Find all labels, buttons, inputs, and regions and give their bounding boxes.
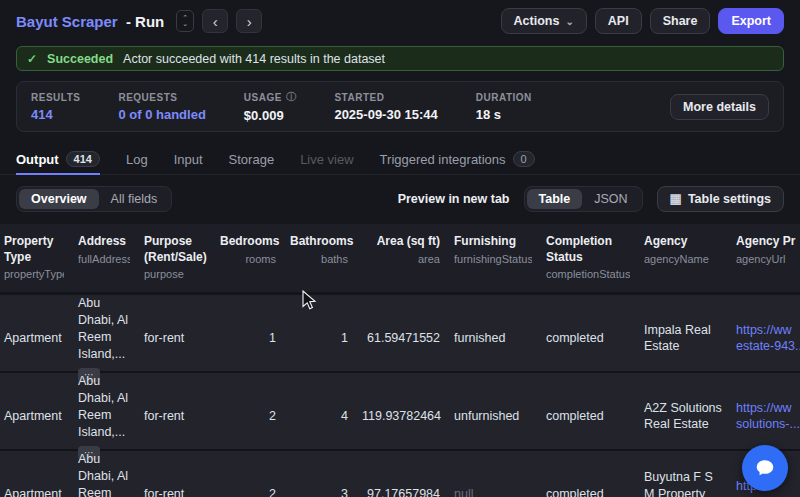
cell-purpose: for-rent bbox=[142, 408, 218, 425]
cell-purpose: for-rent bbox=[142, 486, 218, 497]
cell-property-type: Apartment bbox=[0, 486, 76, 497]
stepper-down-icon: ⌄ bbox=[182, 21, 188, 27]
agency-url-link[interactable]: estate-943... bbox=[736, 338, 800, 355]
page-title: Bayut Scraper - Run bbox=[16, 13, 164, 30]
chat-widget-button[interactable] bbox=[742, 445, 788, 491]
cell-bedrooms: 2 bbox=[218, 486, 288, 497]
cell-furnishing: unfurnished bbox=[452, 408, 544, 425]
api-button[interactable]: API bbox=[595, 8, 642, 34]
stat-usage-label: USAGE ⓘ bbox=[244, 90, 297, 104]
chevron-right-icon: › bbox=[247, 14, 252, 29]
format-switch: Table JSON bbox=[524, 186, 643, 212]
column-header-bathrooms[interactable]: Bathrooms baths bbox=[288, 234, 360, 265]
column-header-agency[interactable]: Agency agencyName bbox=[642, 234, 734, 265]
more-details-button[interactable]: More details bbox=[670, 94, 769, 120]
column-header-bedrooms[interactable]: Bedrooms rooms bbox=[218, 234, 288, 265]
tab-log[interactable]: Log bbox=[126, 144, 148, 174]
cell-bathrooms: 3 bbox=[288, 486, 360, 497]
cell-purpose: for-rent bbox=[142, 330, 218, 347]
preview-in-new-tab-link[interactable]: Preview in new tab bbox=[398, 192, 510, 206]
check-icon: ✓ bbox=[27, 52, 37, 66]
agency-url-link[interactable]: solutions-... bbox=[736, 416, 800, 433]
run-selector-stepper[interactable]: ⌃ ⌄ bbox=[176, 10, 194, 32]
next-run-button[interactable]: › bbox=[236, 9, 262, 33]
stat-results: RESULTS 414 bbox=[31, 92, 80, 122]
run-stats-card: RESULTS 414 REQUESTS 0 of 0 handled USAG… bbox=[16, 81, 784, 132]
column-header-property-type[interactable]: Property Type propertyType bbox=[0, 234, 76, 280]
table-settings-button[interactable]: ▦ Table settings bbox=[657, 186, 784, 212]
json-segment-button[interactable]: JSON bbox=[582, 189, 639, 209]
stat-duration: DURATION 18 s bbox=[476, 92, 532, 122]
cell-furnishing: furnished bbox=[452, 330, 544, 347]
chat-bubble-icon bbox=[754, 457, 776, 479]
cell-completion-status: completed bbox=[544, 330, 642, 347]
export-button[interactable]: Export bbox=[718, 8, 784, 34]
agency-url-link[interactable]: https://ww bbox=[736, 322, 800, 339]
agency-url-link[interactable]: https://ww bbox=[736, 400, 800, 417]
dataset-table: Property Type propertyType Address fullA… bbox=[0, 224, 800, 497]
stat-started: STARTED 2025-09-30 15:44 bbox=[334, 92, 437, 122]
tab-output-label: Output bbox=[16, 152, 59, 167]
status-message: Actor succeeded with 414 results in the … bbox=[123, 52, 385, 66]
column-header-area[interactable]: Area (sq ft) area bbox=[360, 234, 452, 265]
run-tabs: Output 414 Log Input Storage Live view T… bbox=[0, 144, 800, 175]
cell-agency: Impala Real Estate bbox=[642, 322, 734, 356]
table-segment-button[interactable]: Table bbox=[527, 189, 583, 209]
topbar-actions: Actions ⌄ API Share Export bbox=[501, 8, 784, 34]
all-fields-segment-button[interactable]: All fields bbox=[99, 189, 170, 209]
tab-triggered-integrations-badge: 0 bbox=[513, 151, 535, 167]
tab-storage-label: Storage bbox=[229, 152, 275, 167]
cell-bathrooms: 1 bbox=[288, 330, 360, 347]
share-label: Share bbox=[663, 14, 698, 28]
cell-bedrooms: 1 bbox=[218, 330, 288, 347]
column-header-furnishing[interactable]: Furnishing furnishingStatus bbox=[452, 234, 544, 265]
dataset-toolbar: Overview All fields Preview in new tab T… bbox=[16, 185, 784, 212]
tab-output-badge: 414 bbox=[66, 151, 100, 167]
stat-requests-label: REQUESTS bbox=[118, 92, 205, 103]
stat-results-value[interactable]: 414 bbox=[31, 107, 80, 122]
table-header-row: Property Type propertyType Address fullA… bbox=[0, 224, 800, 293]
more-details-label: More details bbox=[683, 100, 756, 114]
actions-dropdown-button[interactable]: Actions ⌄ bbox=[501, 8, 587, 34]
table-row[interactable]: Apartment Abu Dhabi, Al Reem Island,... … bbox=[0, 371, 800, 449]
cell-address: Abu Dhabi, Al Reem Island,... ⋯ bbox=[76, 373, 142, 460]
table-row[interactable]: Apartment Abu Dhabi, Al Reem Island,... … bbox=[0, 449, 800, 497]
table-row[interactable]: Apartment Abu Dhabi, Al Reem Island,... … bbox=[0, 293, 800, 371]
fields-view-switch: Overview All fields bbox=[16, 186, 172, 212]
column-header-completion-status[interactable]: Completion Status completionStatus bbox=[544, 234, 642, 280]
cell-property-type: Apartment bbox=[0, 408, 76, 425]
run-label: - Run bbox=[126, 13, 164, 30]
cell-agency: Buyutna F S M Property Management bbox=[642, 469, 734, 497]
chevron-left-icon: ‹ bbox=[213, 14, 218, 29]
cell-agency: A2Z Solutions Real Estate bbox=[642, 400, 734, 434]
column-header-purpose[interactable]: Purpose (Rent/Sale) purpose bbox=[142, 234, 218, 280]
stat-started-label: STARTED bbox=[334, 92, 437, 103]
topbar: Bayut Scraper - Run ⌃ ⌄ ‹ › Actions ⌄ AP… bbox=[0, 0, 800, 40]
tab-storage[interactable]: Storage bbox=[229, 144, 275, 174]
stat-requests: REQUESTS 0 of 0 handled bbox=[118, 92, 205, 122]
run-detail-page: Bayut Scraper - Run ⌃ ⌄ ‹ › Actions ⌄ AP… bbox=[0, 0, 800, 497]
tab-live-view-label: Live view bbox=[300, 152, 353, 167]
status-text: Succeeded bbox=[47, 52, 113, 66]
caret-down-icon: ⌄ bbox=[565, 16, 573, 27]
cell-completion-status: completed bbox=[544, 408, 642, 425]
previous-run-button[interactable]: ‹ bbox=[202, 9, 228, 33]
cell-property-type: Apartment bbox=[0, 330, 76, 347]
tab-output[interactable]: Output 414 bbox=[16, 144, 100, 174]
actions-label: Actions bbox=[514, 14, 560, 28]
stat-duration-label: DURATION bbox=[476, 92, 532, 103]
cell-area: 61.59471552 bbox=[360, 330, 452, 347]
overview-segment-button[interactable]: Overview bbox=[19, 189, 99, 209]
column-header-address[interactable]: Address fullAddress bbox=[76, 234, 142, 265]
share-button[interactable]: Share bbox=[650, 8, 711, 34]
column-header-agency-url[interactable]: Agency Pr agencyUrl bbox=[734, 234, 800, 265]
info-icon: ⓘ bbox=[286, 90, 297, 104]
tab-triggered-integrations[interactable]: Triggered integrations 0 bbox=[380, 144, 535, 174]
tab-input[interactable]: Input bbox=[174, 144, 203, 174]
tab-log-label: Log bbox=[126, 152, 148, 167]
api-label: API bbox=[608, 14, 629, 28]
address-text: Abu Dhabi, Al Reem Island,... bbox=[78, 373, 130, 441]
actor-name-link[interactable]: Bayut Scraper bbox=[16, 13, 118, 30]
export-label: Export bbox=[731, 14, 771, 28]
stat-requests-value[interactable]: 0 of 0 handled bbox=[118, 107, 205, 122]
